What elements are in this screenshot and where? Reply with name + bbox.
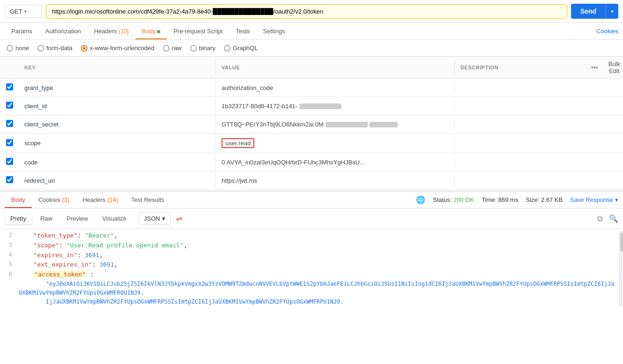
row-check-2[interactable] [0,97,19,115]
val-client-id: 1b323717-80d8-4172-b141- [215,98,454,114]
json-line-5: 5 "ext_expires_in": 3691, [0,260,619,270]
table-row: grant_type authorization_code [0,79,623,97]
table-row: client_secret GTT8Q~PErY3nTbj9LO8Nkkm2ai… [0,115,623,134]
status-label: Status: 200 OK [433,196,474,203]
size-label: Size: 2.67 KB [526,196,563,203]
json-content-6: "access_token" : [19,270,615,280]
radio-circle-none [7,45,13,52]
tab-body[interactable]: Body [135,23,167,39]
pretty-button[interactable]: Pretty [5,213,32,224]
method-label: GET [10,8,22,15]
desc-client-secret [454,119,595,129]
res-tab-test-results[interactable]: Test Results [125,192,171,208]
radio-circle-binary [190,45,197,52]
line-num-2: 2 [5,231,19,240]
headers-badge: (14) [107,196,118,203]
line-num-3: 3 [5,241,19,250]
key-client-secret: client_secret [19,116,215,133]
desc-grant-type [454,83,595,92]
row-check-1[interactable] [0,79,19,97]
method-chevron: ▾ [24,9,27,14]
table-row: redirect_uri https://jwt.ms [0,171,623,190]
res-tab-body[interactable]: Body [5,192,32,208]
send-label: Send [571,4,606,19]
json-content-3: "scope": "User.Read profile openid email… [19,241,615,251]
preview-button[interactable]: Preview [61,213,94,224]
globe-icon: 🌐 [416,195,425,204]
tab-params[interactable]: Params [5,23,39,39]
copy-icon[interactable]: ⧉ [597,215,602,223]
row-check-4[interactable] [0,134,19,152]
url-bar: GET ▾ Send ▾ [0,0,623,23]
res-tab-cookies[interactable]: Cookies (3) [32,192,76,208]
val-grant-type: authorization_code [215,80,454,96]
url-input[interactable] [46,4,567,19]
radio-graphql[interactable]: GraphQL [224,45,258,52]
json-content-2: "token_type": "Bearer", [19,231,615,241]
tab-tests[interactable]: Tests [229,23,256,39]
key-client-id: client_id [19,98,215,114]
table-row: code 0.AVYA_in0zaI3eUqOQHrbrD-FUhc3MhvYg… [0,153,623,171]
desc-redirect-uri [454,176,595,185]
save-response-button[interactable]: Save Response ▾ [570,196,618,203]
key-redirect-uri: redirect_uri [19,172,215,189]
radio-binary[interactable]: binary [190,45,215,52]
tab-headers[interactable]: Headers (10) [88,23,135,39]
visualize-button[interactable]: Visualize [96,213,132,224]
time-label: Time: 869 ms [482,196,518,203]
radio-raw[interactable]: raw [163,45,182,52]
cookies-link[interactable]: Cookies [596,28,618,35]
key-scope: scope [19,135,215,151]
filter-icon[interactable]: ⇌ [176,214,182,223]
radio-circle-graphql [224,45,230,52]
row-check-3[interactable] [0,115,19,133]
raw-button[interactable]: Raw [35,213,58,224]
tab-pre-request[interactable]: Pre-request Script [167,23,229,39]
scroll-thumb [620,233,623,252]
val-code: 0.AVYA_in0zaI3eUqOQHrbrD-FUhc3MhvYgHJBsU… [215,154,454,171]
row-check-5[interactable] [0,153,19,171]
table-row: client_id 1b323717-80d8-4172-b141- [0,97,623,115]
format-row: Pretty Raw Preview Visualize JSON ▾ ⇌ ⧉ … [0,208,623,229]
res-tab-headers[interactable]: Headers (14) [76,192,125,208]
radio-circle-urlencoded [81,45,88,52]
row-check-6[interactable] [0,171,19,189]
json-line-4: 4 "expires_in": 3691, [0,251,619,260]
json-line-2: 2 "token_type": "Bearer", [0,231,619,241]
more-options-icon[interactable]: ••• [591,64,598,71]
body-dot [157,30,160,33]
send-arrow[interactable]: ▾ [606,5,618,18]
json-content-5: "ext_expires_in": 3691, [19,260,615,270]
request-tabs: Params Authorization Headers (10) Body P… [0,23,623,40]
val-redirect-uri: https://jwt.ms [215,172,454,189]
json-line-token2: IjJaUXBKM1VwYmpBWVhZR2FYUpsOGxWMFRPSSIsI… [0,297,619,306]
send-button[interactable]: Send ▾ [571,4,618,19]
table-row: scope user.read [0,134,623,153]
line-num-4: 4 [5,251,19,260]
json-format-select[interactable]: JSON ▾ [139,212,171,225]
radio-circle-form-data [37,45,44,52]
search-icon[interactable]: 🔍 [609,214,618,223]
method-select[interactable]: GET ▾ [5,5,42,18]
json-content-token2: IjJaUXBKM1VwYmpBWVhZR2FYUpsOGxWMFRPSSIsI… [19,297,615,306]
tab-authorization[interactable]: Authorization [39,23,88,39]
key-code: code [19,154,215,171]
bulk-edit-button[interactable]: Bulk Edit [602,57,623,78]
json-content-4: "expires_in": 3691, [19,251,615,260]
redacted-secret-2 [370,122,398,127]
col-value-header: VALUE [215,61,454,74]
json-line-6: 6 "access_token" : [0,270,619,280]
user-read-value: user.read [222,138,254,148]
radio-urlencoded[interactable]: x-www-form-urlencoded [81,45,155,52]
desc-code [454,157,595,167]
col-key-header: KEY [19,61,215,74]
line-num-5: 5 [5,260,19,269]
desc-client-id [454,101,595,111]
radio-none[interactable]: none [7,45,29,52]
val-scope: user.read [215,134,454,153]
radio-form-data[interactable]: form-data [37,45,73,52]
redacted-secret [326,122,368,127]
scrollbar[interactable] [619,231,623,307]
status-bar: 🌐 Status: 200 OK Time: 869 ms Size: 2.67… [416,195,618,204]
tab-settings[interactable]: Settings [257,23,292,39]
